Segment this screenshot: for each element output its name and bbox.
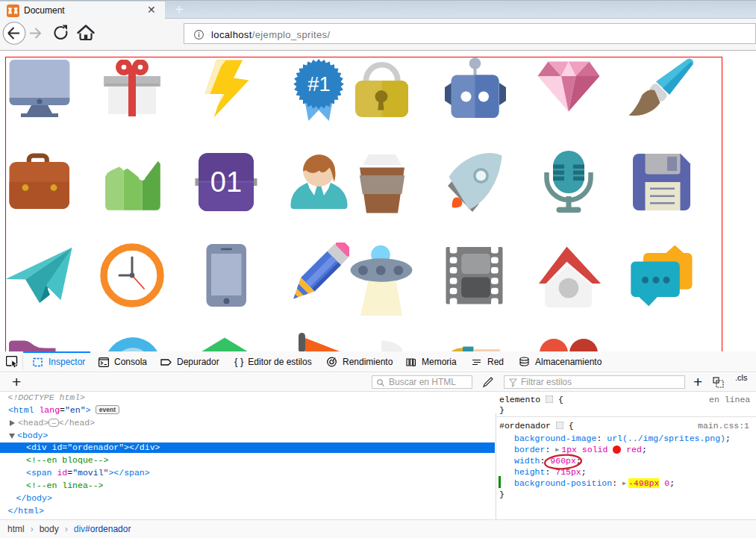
- svg-text:01: 01: [210, 166, 242, 198]
- svg-text:#1: #1: [307, 72, 330, 96]
